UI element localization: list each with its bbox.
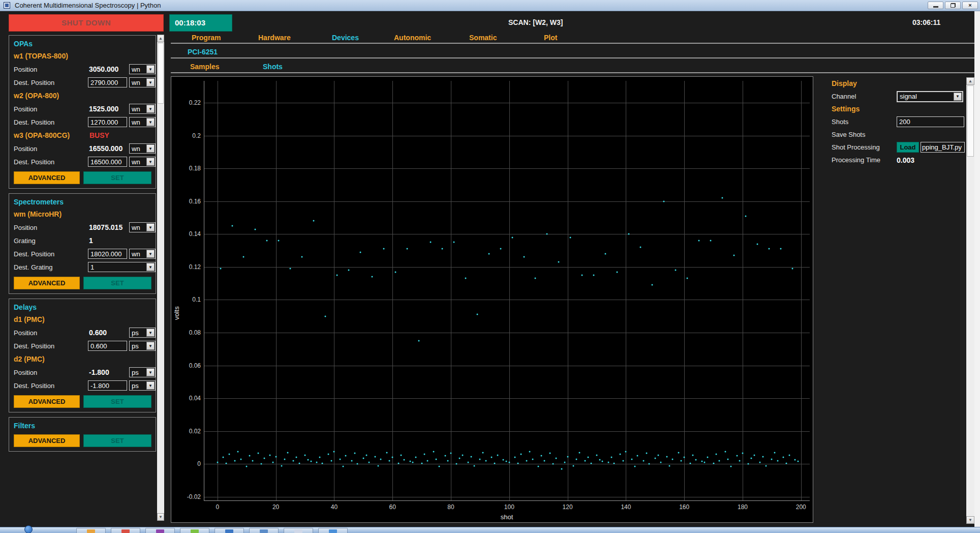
scrollbar-thumb[interactable] [967, 85, 974, 157]
chevron-down-icon[interactable]: ▼ [146, 368, 155, 376]
shut-down-button[interactable]: SHUT DOWN [9, 14, 164, 32]
chevron-down-icon[interactable]: ▼ [146, 223, 155, 231]
minimize-button[interactable] [928, 2, 943, 9]
data-point [479, 458, 481, 460]
section-title: OPAs [14, 38, 151, 49]
window-edge [974, 11, 980, 533]
section-filters: FiltersADVANCEDSET [9, 417, 156, 452]
data-point [450, 453, 452, 454]
tab-shots[interactable]: Shots [263, 63, 283, 71]
processing-file-input[interactable]: pping_BJT.py [921, 142, 965, 153]
chevron-down-icon[interactable]: ▼ [954, 93, 962, 101]
scroll-up-icon[interactable]: ▲ [966, 77, 974, 85]
units-select[interactable]: ps▼ [129, 380, 156, 391]
scroll-down-icon[interactable]: ▼ [157, 513, 164, 521]
destination-row: Dest. Positionwn▼ [14, 115, 151, 129]
readout-row: Position1525.000wn▼ [14, 102, 151, 115]
tab-somatic[interactable]: Somatic [469, 34, 497, 42]
units-select[interactable]: ps▼ [129, 367, 156, 377]
taskbar-app-icon[interactable] [76, 528, 106, 533]
readout-value: 1525.000 [89, 105, 118, 113]
start-button-icon[interactable] [24, 525, 33, 533]
set-button[interactable]: SET [83, 395, 151, 408]
tab-devices[interactable]: Devices [332, 34, 359, 42]
chevron-down-icon[interactable]: ▼ [146, 263, 155, 271]
gridline [204, 497, 810, 497]
destination-input[interactable] [88, 157, 127, 167]
sidebar-scrollbar[interactable]: ▲ ▼ [157, 35, 164, 521]
data-point [409, 461, 411, 462]
data-point [360, 251, 361, 253]
chevron-down-icon[interactable]: ▼ [146, 381, 155, 390]
chevron-down-icon[interactable]: ▼ [146, 65, 155, 73]
data-point [394, 271, 396, 273]
advanced-button[interactable]: ADVANCED [14, 395, 80, 408]
units-select[interactable]: wn▼ [129, 104, 156, 114]
chevron-down-icon[interactable]: ▼ [146, 78, 155, 86]
data-point [383, 248, 384, 250]
units-select[interactable]: ps▼ [129, 328, 156, 338]
set-button[interactable]: SET [83, 434, 151, 447]
units-select[interactable]: wn▼ [129, 157, 156, 167]
grating-select[interactable]: 1▼ [88, 262, 156, 272]
chevron-down-icon[interactable]: ▼ [146, 118, 155, 126]
advanced-button[interactable]: ADVANCED [14, 277, 80, 289]
destination-input[interactable] [88, 380, 127, 391]
tab-autonomic[interactable]: Autonomic [394, 34, 431, 42]
taskbar-app-icon[interactable] [111, 528, 140, 533]
readout-value: 16550.000 [89, 144, 122, 153]
set-button[interactable]: SET [83, 171, 151, 184]
windows-taskbar[interactable] [0, 527, 980, 533]
taskbar-app-icon[interactable] [145, 528, 175, 533]
tab-plot[interactable]: Plot [544, 34, 557, 42]
minimize-icon [933, 6, 938, 8]
chevron-down-icon[interactable]: ▼ [146, 158, 155, 166]
taskbar-app-icon[interactable] [180, 528, 209, 533]
scroll-up-icon[interactable]: ▲ [157, 35, 164, 42]
units-select[interactable]: ps▼ [129, 341, 156, 351]
data-point [447, 460, 449, 461]
x-axis-label: shot [501, 513, 513, 521]
scrollbar-thumb[interactable] [158, 43, 164, 104]
chevron-down-icon[interactable]: ▼ [146, 144, 155, 153]
tab-program[interactable]: Program [192, 34, 221, 42]
data-point [637, 455, 638, 457]
settings-scrollbar[interactable]: ▲ ▼ [966, 77, 974, 524]
chevron-down-icon[interactable]: ▼ [146, 105, 155, 113]
gridline [276, 81, 277, 500]
taskbar-app-icon[interactable] [249, 528, 279, 533]
units-select[interactable]: wn▼ [129, 222, 156, 232]
channel-select[interactable]: signal ▼ [897, 91, 963, 102]
close-button[interactable]: × [962, 2, 978, 9]
units-select[interactable]: wn▼ [129, 64, 156, 74]
units-select[interactable]: wn▼ [129, 249, 156, 259]
taskbar-app-icon[interactable] [318, 528, 348, 533]
shots-input[interactable] [897, 116, 964, 127]
data-point [237, 451, 239, 453]
set-button[interactable]: SET [83, 277, 151, 289]
scroll-down-icon[interactable]: ▼ [966, 516, 974, 524]
tab-pci-6251[interactable]: PCI-6251 [188, 48, 218, 56]
data-point [397, 462, 399, 464]
advanced-button[interactable]: ADVANCED [14, 434, 80, 447]
restore-button[interactable] [945, 2, 961, 9]
taskbar-app-icon[interactable] [215, 528, 244, 533]
data-point [228, 453, 230, 455]
destination-input[interactable] [88, 117, 127, 127]
chevron-down-icon[interactable]: ▼ [146, 250, 155, 258]
chevron-down-icon[interactable]: ▼ [146, 342, 155, 350]
taskbar-app-icon[interactable] [284, 528, 313, 533]
chevron-down-icon[interactable]: ▼ [146, 329, 155, 337]
destination-input[interactable] [88, 341, 127, 351]
tab-hardware[interactable]: Hardware [258, 34, 291, 42]
load-button[interactable]: Load [897, 142, 919, 153]
destination-input[interactable] [88, 249, 127, 259]
units-select[interactable]: wn▼ [129, 77, 156, 87]
tab-samples[interactable]: Samples [190, 63, 220, 71]
data-point [748, 463, 749, 465]
units-select[interactable]: wn▼ [129, 143, 156, 154]
advanced-button[interactable]: ADVANCED [14, 171, 80, 184]
destination-input[interactable] [88, 77, 127, 87]
data-point [514, 457, 516, 458]
units-select[interactable]: wn▼ [129, 117, 156, 127]
